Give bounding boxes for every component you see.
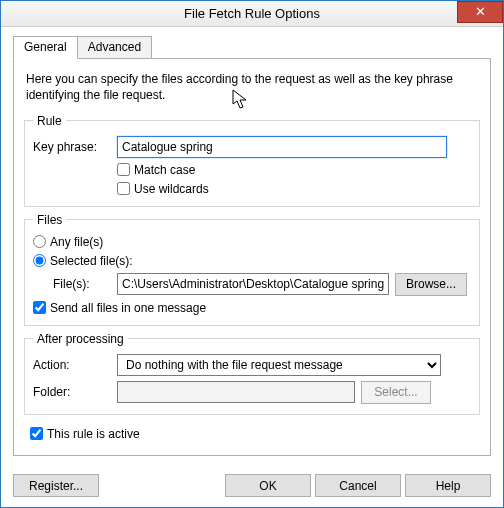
match-case-label: Match case (134, 163, 195, 177)
selected-files-label: Selected file(s): (50, 254, 133, 268)
send-all-checkbox[interactable]: Send all files in one message (33, 301, 206, 315)
group-files-legend: Files (33, 213, 66, 227)
key-phrase-label: Key phrase: (33, 140, 111, 154)
close-icon: ✕ (475, 4, 486, 19)
group-after-processing: After processing Action: Do nothing with… (24, 332, 480, 415)
action-label: Action: (33, 358, 111, 372)
titlebar: File Fetch Rule Options ✕ (1, 1, 503, 27)
tabstrip: General Advanced (13, 35, 491, 58)
select-folder-button: Select... (361, 381, 431, 404)
close-button[interactable]: ✕ (457, 1, 503, 23)
ok-button[interactable]: OK (225, 474, 311, 497)
rule-active-input[interactable] (30, 427, 43, 440)
window-title: File Fetch Rule Options (1, 6, 503, 21)
rule-active-checkbox[interactable]: This rule is active (30, 427, 140, 441)
send-all-label: Send all files in one message (50, 301, 206, 315)
dialog-window: File Fetch Rule Options ✕ General Advanc… (0, 0, 504, 508)
register-button[interactable]: Register... (13, 474, 99, 497)
action-select[interactable]: Do nothing with the file request message (117, 354, 441, 376)
any-files-input[interactable] (33, 235, 46, 248)
use-wildcards-label: Use wildcards (134, 182, 209, 196)
files-path-label: File(s): (53, 277, 111, 291)
match-case-input[interactable] (117, 163, 130, 176)
group-after-legend: After processing (33, 332, 128, 346)
files-path-input[interactable] (117, 273, 389, 295)
rule-active-label: This rule is active (47, 427, 140, 441)
content-area: General Advanced Here you can specify th… (1, 27, 503, 466)
any-files-label: Any file(s) (50, 235, 103, 249)
group-files: Files Any file(s) Selected file(s): File… (24, 213, 480, 326)
tab-general[interactable]: General (13, 36, 78, 59)
help-button[interactable]: Help (405, 474, 491, 497)
intro-text: Here you can specify the files according… (26, 71, 480, 103)
use-wildcards-checkbox[interactable]: Use wildcards (117, 182, 209, 196)
folder-input (117, 381, 355, 403)
button-bar: Register... OK Cancel Help (1, 466, 503, 507)
use-wildcards-input[interactable] (117, 182, 130, 195)
group-rule-legend: Rule (33, 114, 66, 128)
tab-advanced[interactable]: Advanced (77, 36, 152, 59)
send-all-input[interactable] (33, 301, 46, 314)
cancel-button[interactable]: Cancel (315, 474, 401, 497)
group-rule: Rule Key phrase: Match case Use wildcard… (24, 114, 480, 207)
button-spacer (103, 474, 221, 497)
any-files-radio[interactable]: Any file(s) (33, 235, 103, 249)
match-case-checkbox[interactable]: Match case (117, 163, 195, 177)
folder-label: Folder: (33, 385, 111, 399)
tab-panel-general: Here you can specify the files according… (13, 58, 491, 456)
selected-files-radio[interactable]: Selected file(s): (33, 254, 133, 268)
key-phrase-input[interactable] (117, 136, 447, 158)
browse-button[interactable]: Browse... (395, 273, 467, 296)
selected-files-input[interactable] (33, 254, 46, 267)
